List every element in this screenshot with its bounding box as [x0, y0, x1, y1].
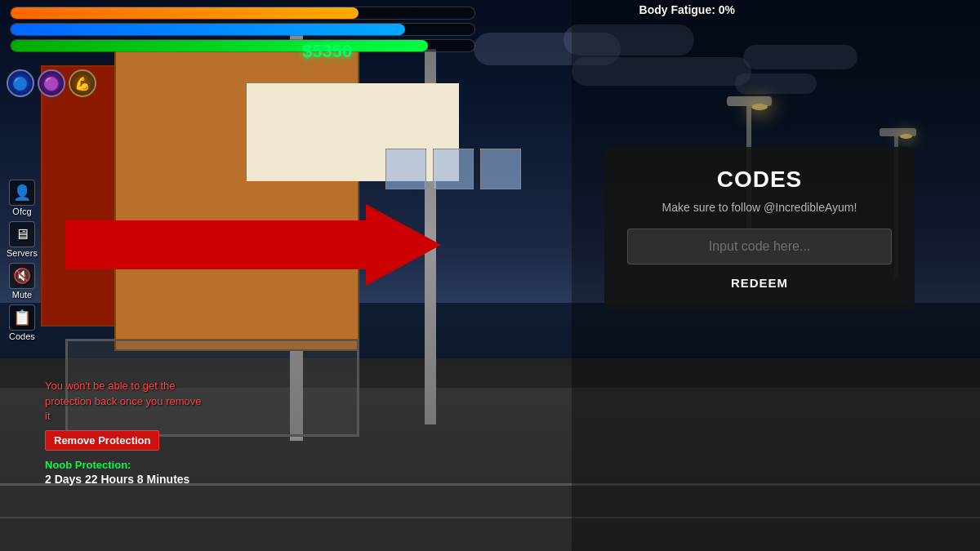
protection-warning-text: You won't be able to get the protection … [45, 379, 208, 424]
sidebar-label-ofcg: Ofcg [12, 207, 31, 216]
servers-icon: 🖥 [9, 221, 35, 247]
orange-bar-container [10, 7, 475, 20]
window-3 [480, 149, 521, 189]
skill-icon-2[interactable]: 🟣 [38, 69, 65, 97]
money-display: $5350 [302, 41, 352, 62]
window-1 [385, 149, 426, 189]
codes-icon: 📋 [9, 304, 35, 331]
body-fatigue-label: Body Fatigue: 0% [639, 3, 735, 16]
sidebar-item-servers[interactable]: 🖥 Servers [7, 221, 38, 258]
green-bar-container [10, 39, 475, 52]
mute-icon: 🔇 [9, 263, 35, 289]
code-input[interactable] [627, 229, 892, 264]
protection-notice: You won't be able to get the protection … [45, 379, 208, 486]
sidebar-item-mute[interactable]: 🔇 Mute [7, 263, 38, 300]
hud: Body Fatigue: 0% $5350 🔵 🟣 💪 [0, 0, 980, 62]
building-top [247, 83, 459, 181]
codes-modal: CODES Make sure to follow @IncredibleAyu… [604, 147, 915, 310]
ofcg-icon: 👤 [9, 180, 35, 206]
orange-bar [11, 7, 359, 19]
noob-protection-label: Noob Protection: [45, 459, 208, 471]
green-bar [11, 40, 428, 51]
redeem-button[interactable]: REDEEM [731, 276, 788, 290]
sidebar-label-codes: Codes [9, 331, 35, 341]
sidebar-item-ofcg[interactable]: 👤 Ofcg [7, 180, 38, 216]
remove-protection-button[interactable]: Remove Protection [45, 430, 159, 451]
building-windows [385, 149, 521, 189]
skill-icon-1[interactable]: 🔵 [7, 69, 34, 97]
building-main [114, 41, 359, 351]
sidebar-label-servers: Servers [7, 248, 38, 258]
codes-subtitle: Make sure to follow @IncredibleAyum! [627, 201, 892, 214]
sidebar-item-codes[interactable]: 📋 Codes [7, 304, 38, 341]
sidebar-label-mute: Mute [12, 290, 32, 300]
window-2 [433, 149, 474, 189]
protection-timer: 2 Days 22 Hours 8 Minutes [45, 473, 208, 486]
skill-icon-3[interactable]: 💪 [69, 69, 96, 97]
blue-bar [11, 24, 405, 35]
blue-bar-container [10, 23, 475, 36]
skill-icons: 🔵 🟣 💪 [7, 69, 96, 97]
codes-title: CODES [627, 167, 892, 193]
sidebar: 👤 Ofcg 🖥 Servers 🔇 Mute 📋 Codes [7, 180, 38, 341]
